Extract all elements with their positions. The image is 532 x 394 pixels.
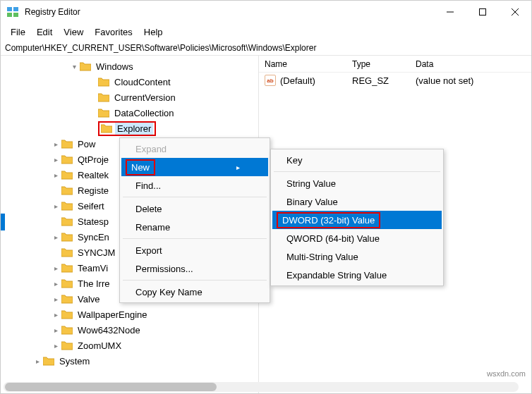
chevron-right-icon[interactable] — [50, 280, 61, 288]
folder-icon — [61, 201, 73, 211]
tree-item-cloudcontent[interactable]: CloudContent — [1, 74, 258, 90]
address-text: Computer\HKEY_CURRENT_USER\Software\Poli… — [5, 43, 316, 53]
sub-label: String Value — [286, 178, 336, 189]
folder-icon — [98, 108, 109, 118]
horizontal-scrollbar[interactable] — [259, 382, 519, 392]
window-title: Registry Editor — [25, 7, 434, 17]
chevron-right-icon[interactable] — [50, 171, 61, 179]
tree-item-currentversion[interactable]: CurrentVersion — [1, 90, 258, 105]
chevron-right-icon[interactable] — [50, 202, 61, 210]
content-area: Windows CloudContent CurrentVersion Data… — [1, 56, 531, 393]
maximize-button[interactable] — [466, 1, 499, 23]
tree-label: Registe — [75, 185, 111, 197]
svg-rect-2 — [7, 13, 12, 17]
chevron-right-icon[interactable] — [50, 295, 61, 303]
tree-item-wow6432node[interactable]: Wow6432Node — [1, 322, 258, 338]
ctx-label: Rename — [135, 222, 170, 233]
chevron-right-icon[interactable] — [50, 342, 61, 350]
tree-item-system[interactable]: System — [1, 353, 258, 369]
highlight-box: DWORD (32-bit) Value — [277, 212, 380, 228]
menu-edit[interactable]: Edit — [31, 25, 58, 39]
ctx-rename[interactable]: Rename — [121, 218, 268, 236]
ctx-export[interactable]: Export — [121, 241, 268, 259]
folder-icon — [43, 356, 54, 366]
tree-label: Statesp — [75, 216, 111, 228]
folder-icon — [61, 294, 73, 304]
sub-qword-value[interactable]: QWORD (64-bit) Value — [272, 229, 442, 247]
menu-separator — [123, 197, 267, 197]
ctx-label: Permissions... — [135, 264, 193, 274]
menu-file[interactable]: File — [5, 25, 31, 39]
ctx-delete[interactable]: Delete — [121, 199, 268, 218]
tree-item-windows[interactable]: Windows — [1, 59, 258, 74]
chevron-right-icon[interactable] — [50, 326, 61, 334]
list-header: Name Type Data — [259, 56, 531, 73]
sub-label: Binary Value — [286, 197, 338, 207]
tree-item-wallpaperengine[interactable]: WallpaperEngine — [1, 307, 258, 322]
folder-icon — [80, 61, 91, 71]
chevron-right-icon[interactable] — [50, 233, 61, 241]
svg-rect-5 — [480, 9, 486, 16]
tree-label: Wow6432Node — [75, 324, 143, 336]
sub-binary-value[interactable]: Binary Value — [272, 192, 442, 211]
sub-label: Multi-String Value — [286, 252, 358, 262]
sub-multistring-value[interactable]: Multi-String Value — [272, 247, 442, 266]
tree-item-zoomumx[interactable]: ZoomUMX — [1, 338, 258, 353]
sub-expandable-value[interactable]: Expandable String Value — [272, 266, 442, 284]
tree-item-explorer[interactable]: Explorer — [1, 121, 258, 136]
sub-key[interactable]: Key — [272, 151, 442, 169]
ctx-new[interactable]: New ▸ — [121, 158, 268, 176]
tree-label: The Irre — [75, 278, 112, 290]
folder-icon — [61, 139, 73, 149]
minimize-button[interactable] — [434, 1, 466, 23]
close-button[interactable] — [499, 1, 531, 23]
ctx-label: Export — [135, 245, 162, 256]
chevron-right-icon: ▸ — [236, 164, 240, 171]
ctx-label: Expand — [135, 144, 167, 154]
folder-icon — [61, 278, 73, 288]
window-buttons — [434, 1, 531, 23]
ctx-label: New — [131, 162, 150, 173]
value-row-default[interactable]: ab (Default) REG_SZ (value not set) — [259, 73, 531, 88]
chevron-right-icon[interactable] — [50, 311, 61, 319]
tree-label: Explorer — [115, 123, 153, 135]
chevron-right-icon[interactable] — [50, 156, 61, 164]
chevron-down-icon[interactable] — [68, 63, 80, 70]
sub-dword-value[interactable]: DWORD (32-bit) Value — [272, 211, 442, 229]
menu-separator — [123, 280, 267, 281]
column-name[interactable]: Name — [265, 59, 352, 69]
menu-view[interactable]: View — [58, 25, 89, 39]
column-type[interactable]: Type — [352, 59, 416, 69]
tree-label: Windows — [94, 61, 135, 73]
ctx-copy-key-name[interactable]: Copy Key Name — [121, 283, 268, 301]
tree-label: Valve — [75, 293, 102, 305]
tree-label: Pow — [75, 138, 97, 150]
svg-rect-3 — [13, 13, 18, 17]
svg-rect-1 — [13, 7, 18, 11]
menu-favorites[interactable]: Favorites — [89, 25, 138, 39]
tree-label: TeamVi — [75, 262, 110, 274]
tree-label: System — [57, 355, 92, 367]
folder-icon — [61, 232, 73, 242]
sub-label: QWORD (64-bit) Value — [286, 233, 380, 244]
folder-icon — [61, 263, 73, 273]
folder-icon — [101, 123, 112, 133]
chevron-right-icon[interactable] — [32, 357, 43, 365]
tree-label: Realtek — [75, 169, 111, 181]
folder-icon — [61, 309, 73, 319]
svg-rect-0 — [7, 7, 12, 11]
column-data[interactable]: Data — [416, 59, 500, 69]
chevron-right-icon[interactable] — [50, 140, 61, 148]
menubar: File Edit View Favorites Help — [1, 23, 531, 40]
address-bar[interactable]: Computer\HKEY_CURRENT_USER\Software\Poli… — [1, 40, 531, 56]
ctx-find[interactable]: Find... — [121, 176, 268, 195]
sub-string-value[interactable]: String Value — [272, 174, 442, 192]
value-type-cell: REG_SZ — [352, 75, 416, 86]
tree-item-datacollection[interactable]: DataCollection — [1, 105, 258, 121]
tree-label: WallpaperEngine — [75, 309, 150, 321]
ctx-permissions[interactable]: Permissions... — [121, 259, 268, 278]
menu-help[interactable]: Help — [138, 25, 169, 39]
sub-label: DWORD (32-bit) Value — [282, 215, 375, 226]
folder-icon — [61, 185, 73, 195]
chevron-right-icon[interactable] — [50, 264, 61, 272]
